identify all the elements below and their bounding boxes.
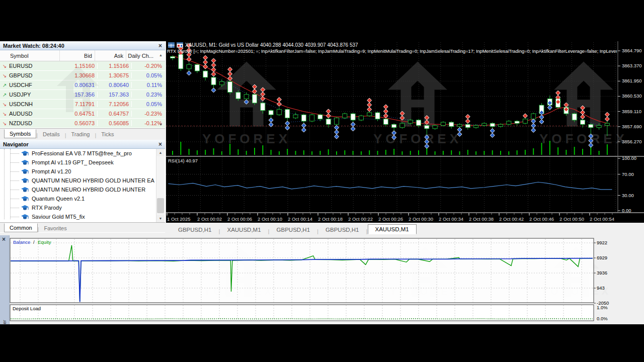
tester-axis-label: 6929 [597, 255, 607, 260]
scroll-down-icon[interactable]: ▼ [157, 123, 164, 126]
market-watch-row[interactable]: ↘AUDUSD0.647510.64757-0.23% [0, 109, 165, 119]
rsi-axis-label: 0.00 [622, 208, 631, 213]
column-header-dailych[interactable]: Daily Ch... [126, 50, 156, 61]
rsi-indicator-label: RSI(14) 40.97 [168, 158, 198, 163]
tab-symbols[interactable]: Symbols [4, 129, 36, 138]
time-axis-label: 2 Oct 00:54 [590, 216, 614, 222]
daily-change-value: 0.05% [131, 72, 164, 78]
market-watch-header: SymbolBidAskDaily Ch...▲ [0, 50, 165, 61]
symbol-name: USDCNH [9, 101, 59, 107]
bid-value: 0.56073 [59, 120, 97, 126]
arrow-down-icon: ↘ [0, 111, 9, 117]
expert-advisor-icon [21, 187, 29, 193]
main-chart-canvas[interactable]: YOFOREXYOFOREXYOFOREX3864.7903863.370386… [166, 41, 644, 223]
symbols-grid-icon[interactable] [168, 42, 175, 48]
time-axis-label: 2 Oct 00:42 [499, 216, 524, 222]
navigator-item[interactable]: Prompt AI v1.20 [0, 167, 155, 176]
rsi-axis-label: 30.00 [622, 193, 634, 198]
navigator-item[interactable]: RTX Parody [0, 203, 155, 212]
tab-trading[interactable]: Trading [66, 130, 95, 138]
tab-details[interactable]: Details [38, 130, 65, 138]
ask-value: 157.363 [97, 92, 131, 98]
legend-equity: Equity [38, 239, 51, 245]
market-watch-row[interactable]: ↘USDCNH7.117917.120560.05% [0, 100, 165, 109]
time-axis-label: 2 Oct 00:02 [197, 216, 222, 222]
time-axis-label: 2 Oct 00:22 [348, 216, 373, 222]
arrow-up-icon: ↗ [0, 82, 9, 88]
watermark-text: YOFOREX [373, 131, 462, 146]
chart-titlebar: XAUUSD, M1: Gold vs US Dollar 4040.288 4… [168, 42, 358, 48]
bid-value: 1.15160 [59, 63, 97, 69]
navigator-item[interactable]: QUANTUM NEURO HYBRID GOLD HUNTER [0, 185, 155, 194]
expert-advisor-icon [21, 196, 29, 202]
scrollbar-thumb[interactable] [157, 198, 164, 213]
column-header-ask[interactable]: Ask [95, 50, 126, 61]
close-icon[interactable]: × [158, 142, 162, 147]
arrow-down-icon: ↘ [0, 102, 9, 107]
market-watch-row[interactable]: ↗USDCHF0.806310.806400.11% [0, 80, 165, 90]
chart-window-icon[interactable] [177, 42, 183, 48]
time-axis-label: 2 Oct 00:26 [378, 216, 403, 222]
chart-window[interactable]: YOFOREXYOFOREXYOFOREX3864.7903863.370386… [166, 41, 644, 223]
market-watch-row[interactable]: ↘NZDUSD0.560730.56085-0.12% [0, 119, 165, 128]
navigator-item-label: Saviour Gold MT5_fix [32, 214, 85, 220]
market-watch-panel: Market Watch: 08:24:40 × SymbolBidAskDai… [0, 41, 165, 136]
navigator-item-label: RTX Parody [32, 205, 62, 211]
deposit-load-label: Deposit Load [13, 306, 41, 311]
symbol-name: GBPUSD [9, 72, 59, 78]
tab-ticks[interactable]: Ticks [96, 130, 119, 138]
bid-value: 1.30668 [59, 72, 97, 78]
ea-parameters-line: RTX Parody [=; InpMagicNumber=202501; =;… [167, 49, 617, 54]
column-header-symbol[interactable]: Symbol [0, 50, 59, 61]
scroll-down-icon[interactable]: ▼ [156, 215, 165, 222]
ask-value: 7.12056 [97, 101, 131, 107]
market-watch-rows: ↘EURUSD1.151601.15166-0.20%↘GBPUSD1.3066… [0, 61, 165, 128]
legend-separator: / [33, 239, 35, 245]
chart-tab-xauusdm1[interactable]: XAUUSD,M1 [220, 225, 268, 234]
navigator-item[interactable]: Saviour Gold MT5_fix [0, 212, 155, 221]
market-watch-title: Market Watch: 08:24:40 [3, 43, 64, 49]
navigator-item-label: Prompt AI v1.19 GPT_ Deepseek [32, 159, 114, 165]
symbol-name: AUDUSD [9, 111, 59, 117]
chart-tab-xauusdm1[interactable]: XAUUSD,M1 [368, 224, 417, 234]
price-axis-label: 3859.110 [622, 109, 641, 114]
chart-tab-gbpusdh1[interactable]: GBPUSD,H1 [171, 225, 218, 234]
rsi-axis-label: 100.00 [622, 155, 636, 161]
column-header-bid[interactable]: Bid [59, 50, 95, 61]
tab-common[interactable]: Common [4, 223, 38, 232]
time-axis-label: 2 Oct 00:14 [288, 216, 312, 222]
scroll-up-icon[interactable]: ▲ [156, 149, 165, 156]
navigator-item[interactable]: Prompt AI v1.19 GPT_ Deepseek [0, 158, 155, 167]
tester-axis[interactable]: 992269293936943-20501.0%0.0% [594, 240, 609, 321]
time-axis-label: 2 Oct 00:30 [409, 216, 433, 222]
tab-favorites[interactable]: Favorites [39, 224, 71, 232]
close-icon[interactable]: × [158, 43, 162, 48]
market-watch-row[interactable]: ↘GBPUSD1.306681.306750.05% [0, 71, 165, 80]
market-watch-tabbar: Symbols|Details|Trading|Ticks [0, 128, 165, 138]
navigator-tree: YOFOREX ProFessional EA V8.7 MT5@free_fx… [0, 149, 165, 222]
rsi-axis-label: 70.00 [622, 171, 634, 177]
bid-value: 7.11791 [59, 101, 97, 107]
daily-change-value: 0.11% [131, 82, 164, 88]
time-axis-label: 2 Oct 00:34 [439, 216, 463, 222]
ask-value: 1.30675 [97, 72, 131, 78]
scroll-up-icon[interactable]: ▲ [157, 53, 164, 57]
ask-value: 0.56085 [97, 120, 131, 126]
navigator-item[interactable]: Quantum Queen v2.1 [0, 194, 155, 203]
balance-chart-box [10, 238, 594, 303]
tester-chart-canvas[interactable]: YOFOREXYOFOREXYOFOREXBalance / EquityDep… [0, 235, 644, 324]
market-watch-row[interactable]: ↗USDJPY157.356157.3630.23% [0, 90, 165, 100]
navigator-titlebar[interactable]: Navigator × [0, 140, 165, 149]
mt5-application: Market Watch: 08:24:40 × SymbolBidAskDai… [0, 0, 644, 362]
navigator-tabbar: Common|Favorites [0, 222, 165, 232]
market-watch-titlebar[interactable]: Market Watch: 08:24:40 × [0, 41, 165, 50]
navigator-scrollbar[interactable]: ▲ ▼ [156, 149, 165, 222]
navigator-item[interactable]: ProFessional EA V8.7 MT5@free_fx_pro [0, 149, 155, 158]
watermark-text: YOFOREX [202, 131, 291, 146]
arrow-up-icon: ↗ [0, 92, 9, 98]
chart-tab-gbpusdh1[interactable]: GBPUSD,H1 [318, 225, 366, 234]
price-axis-label: 3857.690 [622, 124, 642, 129]
chart-tab-gbpusdh1[interactable]: GBPUSD,H1 [270, 225, 317, 234]
navigator-item[interactable]: QUANTUM NEURO HYBRID GOLD HUNTER EA V2. [0, 176, 155, 185]
market-watch-row[interactable]: ↘EURUSD1.151601.15166-0.20% [0, 61, 165, 71]
